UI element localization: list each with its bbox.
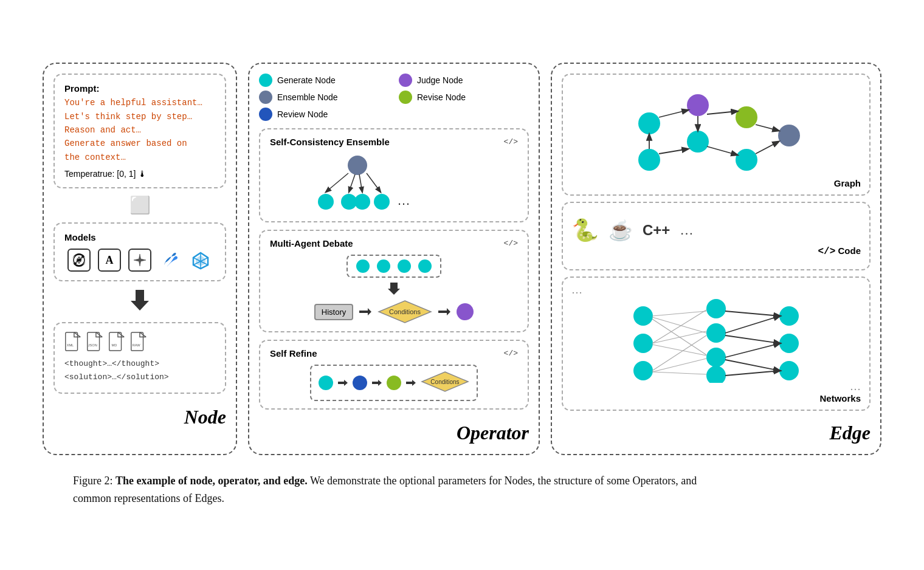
svg-line-42	[659, 149, 688, 154]
svg-line-48	[756, 125, 779, 131]
judge-label: Judge Node	[417, 75, 463, 85]
sc-title-row: Self-Consistency Ensemble </>	[270, 137, 518, 147]
history-box: History	[314, 304, 353, 320]
legend-ensemble: Ensemble Node	[259, 91, 389, 104]
figure-caption: Figure 2: The example of node, operator,…	[36, 472, 705, 507]
svg-rect-11	[109, 332, 122, 351]
svg-point-23	[374, 194, 390, 210]
mad-subpanel: Multi-Agent Debate </> History	[259, 230, 529, 332]
svg-point-20	[318, 194, 334, 210]
deepseek2-icon	[189, 249, 212, 272]
svg-point-50	[633, 306, 653, 326]
svg-point-58	[779, 334, 799, 353]
svg-line-46	[707, 146, 737, 155]
svg-point-54	[706, 323, 726, 343]
svg-point-53	[706, 299, 726, 318]
svg-line-65	[652, 345, 706, 355]
legend-revise: Revise Node	[399, 91, 529, 104]
operator-label: Operator	[259, 422, 529, 444]
json-file-icon: JSON	[86, 332, 103, 351]
sr-diagram: Conditions	[270, 365, 518, 401]
networks-label: Networks	[571, 393, 861, 403]
svg-line-61	[652, 317, 706, 333]
java-icon: ☕	[609, 219, 633, 242]
mad-diagram: History Conditions	[270, 255, 518, 324]
sr-code-badge: </>	[504, 349, 518, 358]
svg-point-40	[736, 149, 757, 171]
ensemble-circle	[259, 91, 272, 104]
anthropic-icon: A	[98, 249, 121, 272]
prompt-box: Prompt: You're a helpful assistant… Let'…	[53, 74, 226, 188]
svg-point-55	[706, 348, 726, 367]
svg-line-71	[725, 335, 780, 343]
networks-dots-right: …	[571, 380, 861, 393]
legend: Generate Node Judge Node Ensemble Node R…	[259, 74, 529, 121]
svg-line-72	[725, 343, 780, 357]
svg-point-36	[638, 112, 660, 134]
svg-rect-9	[88, 332, 100, 351]
sc-title: Self-Consistency Ensemble	[270, 137, 390, 147]
legend-review: Review Node	[259, 108, 389, 121]
review-label: Review Node	[277, 109, 328, 119]
svg-line-17	[349, 174, 355, 192]
legend-judge: Judge Node	[399, 74, 529, 87]
legend-generate: Generate Node	[259, 74, 389, 87]
svg-text:JSON: JSON	[88, 344, 97, 348]
graph-label: Graph	[571, 178, 861, 188]
graph-svg	[571, 81, 861, 178]
judge-node-mad	[457, 303, 474, 320]
operator-panel: Generate Node Judge Node Ensemble Node R…	[248, 63, 540, 455]
mad-node-1	[356, 259, 370, 273]
mad-node-3	[398, 259, 411, 273]
svg-line-70	[725, 316, 780, 333]
svg-rect-13	[131, 332, 143, 351]
generate-label: Generate Node	[277, 75, 336, 85]
svg-line-68	[652, 372, 706, 374]
sr-title-row: Self Refine </>	[270, 348, 518, 359]
svg-marker-32	[406, 380, 416, 386]
caption-bold: The example of node, operator, and edge.	[116, 475, 308, 487]
svg-text:Conditions: Conditions	[430, 379, 459, 385]
models-icons: A	[64, 249, 215, 272]
sc-code-badge: </>	[504, 137, 518, 146]
gemini-icon	[128, 249, 151, 272]
raw-file-icon: RAW	[130, 332, 147, 351]
networks-svg	[571, 298, 861, 383]
svg-line-45	[707, 111, 737, 114]
sc-tree-diagram: …	[270, 153, 518, 214]
svg-marker-6	[131, 290, 149, 311]
svg-line-19	[367, 173, 381, 192]
svg-point-35	[638, 149, 660, 171]
generate-circle	[259, 74, 272, 87]
svg-line-64	[652, 331, 706, 343]
svg-point-52	[633, 361, 653, 380]
svg-point-59	[779, 361, 799, 380]
deepseek1-icon	[159, 249, 182, 272]
svg-marker-25	[388, 283, 400, 295]
svg-line-16	[326, 173, 348, 192]
svg-point-41	[778, 125, 800, 146]
svg-text:…: …	[397, 193, 410, 208]
svg-marker-30	[338, 380, 348, 386]
output-text: <thought>…</thought> <solution>…</soluti…	[64, 357, 215, 384]
main-diagram: Prompt: You're a helpful assistant… Let'…	[43, 63, 881, 455]
conditions-container: Conditions	[378, 300, 432, 324]
revise-circle	[399, 91, 412, 104]
output-icons: XML JSON	[64, 332, 215, 351]
code-label: </> Code	[571, 246, 861, 257]
svg-marker-26	[359, 308, 371, 315]
svg-line-69	[725, 311, 780, 316]
xml-file-icon: XML	[64, 332, 81, 351]
node-label: Node	[53, 406, 226, 428]
svg-line-18	[359, 174, 362, 192]
mad-node-2	[377, 259, 390, 273]
svg-point-51	[633, 334, 653, 353]
svg-text:RAW: RAW	[133, 344, 141, 348]
networks-dots-left: …	[571, 284, 861, 297]
svg-marker-29	[438, 308, 450, 315]
sr-subpanel: Self Refine </>	[259, 340, 529, 410]
edge-panel: Graph 🐍 ☕ C++ … </> Code …	[551, 63, 881, 455]
md-file-icon: MD	[108, 332, 125, 351]
sr-conditions: Conditions	[421, 371, 469, 395]
svg-text:MD: MD	[112, 344, 117, 348]
